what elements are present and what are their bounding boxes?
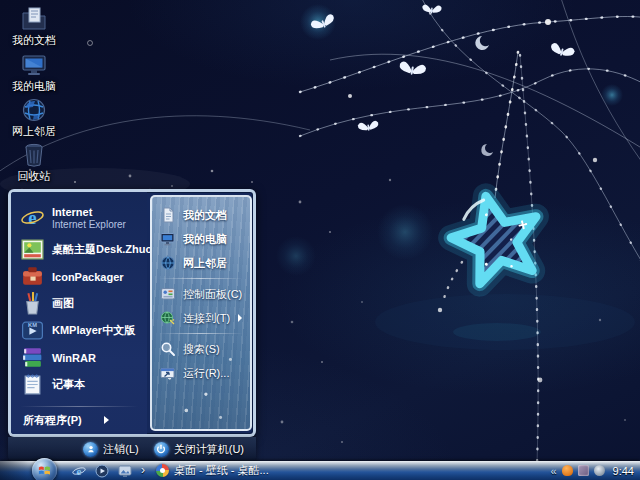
menu-item-label: 连接到(T) xyxy=(183,311,230,326)
network-places-icon xyxy=(20,96,48,124)
log-off-label: 注销(L) xyxy=(103,442,138,457)
my-documents-icon xyxy=(160,207,176,223)
internet-explorer-icon[interactable]: e xyxy=(72,464,86,478)
log-off-icon xyxy=(83,442,98,457)
svg-text:e: e xyxy=(28,207,36,228)
shut-down-icon xyxy=(154,442,169,457)
menu-separator xyxy=(159,333,243,334)
shut-down-button[interactable]: 关闭计算机(U) xyxy=(154,442,244,457)
zhuoku-page-icon xyxy=(156,464,169,477)
paint-icon xyxy=(20,291,45,316)
control-panel-icon xyxy=(160,286,176,302)
winrar-icon xyxy=(20,345,45,370)
recycle-bin-icon xyxy=(20,141,48,169)
show-desktop-icon[interactable] xyxy=(118,464,132,478)
menu-item-title: WinRAR xyxy=(52,352,96,364)
svg-text:e: e xyxy=(77,465,82,477)
my-computer-icon xyxy=(160,231,176,247)
menu-item-title: KMPlayer中文版 xyxy=(52,323,135,338)
task-button-label: 桌面 - 壁纸 - 桌酷... xyxy=(174,463,269,478)
menu-item-my-documents[interactable]: 我的文档 xyxy=(155,203,247,227)
menu-item-label: 搜索(S) xyxy=(183,342,220,357)
desktop-icon-label: 我的文档 xyxy=(4,34,64,46)
menu-item-control-panel[interactable]: 控制面板(C) xyxy=(155,282,247,306)
all-programs-label: 所有程序(P) xyxy=(23,413,82,428)
notepad-icon xyxy=(20,372,45,397)
system-tray: « 9:44 xyxy=(550,461,637,480)
log-off-button[interactable]: 注销(L) xyxy=(83,442,138,457)
my-documents-icon xyxy=(20,5,48,33)
menu-item-iconpackager[interactable]: IconPackager xyxy=(11,263,147,290)
menu-item-search[interactable]: 搜索(S) xyxy=(155,337,247,361)
menu-item-label: 网上邻居 xyxy=(183,256,227,271)
taskbar: e › 桌面 - 壁纸 - 桌酷... « 9:44 xyxy=(0,461,640,480)
menu-item-run[interactable]: 运行(R)... xyxy=(155,361,247,385)
menu-item-title: IconPackager xyxy=(52,271,124,283)
menu-item-subtitle: Internet Explorer xyxy=(52,219,126,230)
internet-explorer-icon: e xyxy=(20,205,45,230)
messenger-icon[interactable] xyxy=(562,465,573,476)
menu-item-connect-to[interactable]: 连接到(T) xyxy=(155,306,247,330)
start-menu-pinned-list: e Internet Internet Explorer 桌酷主题Desk.Zh… xyxy=(11,192,147,434)
menu-separator xyxy=(159,278,243,279)
menu-separator xyxy=(20,406,138,407)
desktop-icon-my-computer[interactable]: 我的电脑 xyxy=(4,51,64,92)
network-places-icon xyxy=(160,255,176,271)
menu-item-winrar[interactable]: WinRAR xyxy=(11,344,147,371)
windows-logo-icon xyxy=(37,463,52,478)
menu-item-notepad[interactable]: 记事本 xyxy=(11,371,147,398)
menu-item-label: 我的电脑 xyxy=(183,232,227,247)
menu-item-zhuoku-theme[interactable]: 桌酷主题Desk.ZhuoKu.Com xyxy=(11,236,147,263)
start-button[interactable] xyxy=(32,458,57,480)
input-method-icon[interactable] xyxy=(594,465,605,476)
menu-item-my-computer[interactable]: 我的电脑 xyxy=(155,227,247,251)
run-icon xyxy=(160,365,176,381)
volume-icon[interactable] xyxy=(578,465,589,476)
desktop-icon-recycle-bin[interactable]: 回收站 xyxy=(4,141,64,182)
connect-to-icon xyxy=(160,310,176,326)
search-icon xyxy=(160,341,176,357)
menu-item-kmplayer[interactable]: KM KMPlayer中文版 xyxy=(11,317,147,344)
desktop-icon-label: 回收站 xyxy=(4,170,64,182)
taskbar-task-button[interactable]: 桌面 - 壁纸 - 桌酷... xyxy=(150,461,275,480)
desktop-icon-my-documents[interactable]: 我的文档 xyxy=(4,5,64,46)
menu-item-title: Internet xyxy=(52,206,126,219)
menu-item-label: 我的文档 xyxy=(183,208,227,223)
menu-item-title: 画图 xyxy=(52,296,74,311)
desktop-icon-network-places[interactable]: 网上邻居 xyxy=(4,96,64,137)
shut-down-label: 关闭计算机(U) xyxy=(174,442,244,457)
menu-item-network-places[interactable]: 网上邻居 xyxy=(155,251,247,275)
menu-item-paint[interactable]: 画图 xyxy=(11,290,147,317)
menu-item-label: 控制面板(C) xyxy=(183,287,242,302)
star-ornament xyxy=(443,186,548,288)
start-menu-places-list: 我的文档 我的电脑 网上邻居 xyxy=(150,195,252,431)
iconpackager-icon xyxy=(20,264,45,289)
desktop-icon-label: 网上邻居 xyxy=(4,125,64,137)
menu-item-title: 记事本 xyxy=(52,377,85,392)
menu-item-internet-explorer[interactable]: e Internet Internet Explorer xyxy=(11,199,147,236)
svg-text:KM: KM xyxy=(28,322,37,328)
my-computer-icon xyxy=(20,51,48,79)
start-menu: e Internet Internet Explorer 桌酷主题Desk.Zh… xyxy=(8,189,256,461)
menu-item-label: 运行(R)... xyxy=(183,366,229,381)
kmplayer-icon[interactable] xyxy=(95,464,109,478)
desktop-icon-label: 我的电脑 xyxy=(4,80,64,92)
all-programs-button[interactable]: 所有程序(P) xyxy=(11,409,147,431)
quick-launch-overflow-chevron[interactable]: › xyxy=(141,461,145,480)
tray-expand-chevron[interactable]: « xyxy=(550,465,556,477)
desktop: 我的文档 我的电脑 网上邻居 回收站 e Internet xyxy=(0,0,640,480)
taskbar-clock: 9:44 xyxy=(613,465,634,477)
submenu-arrow-icon xyxy=(104,416,109,424)
submenu-arrow-icon xyxy=(238,314,242,322)
zhuoku-theme-icon xyxy=(20,237,45,262)
quick-launch-bar: e › xyxy=(72,461,145,480)
start-menu-panel: e Internet Internet Explorer 桌酷主题Desk.Zh… xyxy=(8,189,256,437)
kmplayer-icon: KM xyxy=(20,318,45,343)
